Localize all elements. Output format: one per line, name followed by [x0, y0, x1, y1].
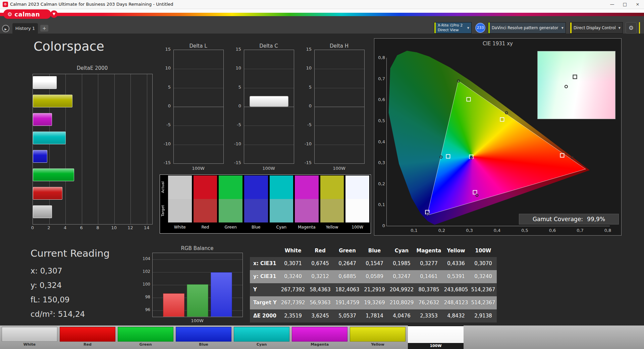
delta-gridline	[315, 107, 364, 107]
deltae-bar-green	[33, 168, 74, 181]
delta-chart-plot	[314, 50, 365, 164]
deltae-gridline	[98, 74, 98, 224]
partial-control[interactable]	[639, 22, 644, 34]
pattern-patch-magenta[interactable]: Magenta	[292, 326, 347, 349]
settings-gear-button[interactable]: ⚙	[626, 22, 637, 34]
delta-chart-series-label: 100W	[244, 166, 293, 171]
deltae-bar-red	[33, 187, 62, 200]
pattern-patch-blue[interactable]: Blue	[176, 326, 231, 349]
maximize-button[interactable]: □	[619, 0, 631, 9]
patch-label: Yellow	[350, 342, 406, 347]
rgb-balance-plot	[152, 253, 243, 317]
deltae-gridline	[147, 74, 147, 224]
meter-mode: Direct View	[438, 28, 463, 33]
table-header-row: WhiteRedGreenBlueCyanMagentaYellow100W	[250, 244, 497, 257]
deltae-tick-label: 4	[61, 225, 69, 230]
window-title: Calman 2023 Calman Ultimate for Business…	[10, 0, 173, 9]
minimize-button[interactable]: —	[606, 0, 619, 9]
close-button[interactable]: ×	[631, 0, 644, 9]
table-corner-cell	[250, 244, 279, 257]
cie-y-tick-label: 0,8	[375, 55, 385, 60]
table-cell: 19,3269	[361, 296, 388, 309]
delta-tick-label: -5	[160, 122, 171, 127]
inset-measured-circle	[565, 85, 568, 88]
table-column-header: Magenta	[415, 244, 442, 257]
swatch-column-green: Green	[219, 176, 243, 233]
delta-chart-title: Delta L	[173, 43, 223, 49]
tab-scroll-button[interactable]: ▶	[2, 25, 9, 32]
delta-chart-plot	[173, 50, 224, 164]
table-column-header: White	[279, 244, 307, 257]
swatch-label: Magenta	[295, 222, 319, 232]
pattern-patch-strip: WhiteRedGreenBlueCyanMagentaYellow100W	[0, 326, 527, 349]
chevron-down-icon: ▼	[616, 27, 623, 30]
pattern-patch-cyan[interactable]: Cyan	[234, 326, 289, 349]
delta-gridline	[174, 107, 223, 107]
gamut-coverage-label: Gamut Coverage:	[533, 216, 583, 222]
table-cell: 80,3785	[415, 283, 442, 296]
pattern-patch-white[interactable]: White	[2, 326, 57, 349]
meter-name: X-Rite i1Pro 2	[438, 23, 463, 28]
deltae-tick-label: 6	[77, 225, 86, 230]
patch-label: Magenta	[292, 342, 347, 347]
swatch-label: Blue	[244, 222, 268, 232]
swatch-column-blue: Blue	[244, 176, 268, 233]
table-column-header: Blue	[361, 244, 388, 257]
swatch-target	[194, 199, 217, 222]
table-column-header: Green	[334, 244, 361, 257]
display-control-selector[interactable]: Direct Display Control ▼	[570, 22, 623, 34]
delta-gridline	[315, 88, 364, 88]
swatch-column-magenta: Magenta	[295, 176, 319, 233]
target-row-label: Target	[161, 199, 167, 222]
swatch-actual	[194, 176, 217, 199]
measurement-table: WhiteRedGreenBlueCyanMagentaYellow100Wx:…	[250, 244, 497, 322]
cie-y-tick-label: 0,2	[375, 181, 385, 186]
delta-gridline	[244, 88, 294, 88]
cie-measured-white	[470, 156, 473, 159]
patch-swatch	[118, 327, 173, 342]
table-row-label: Target Y	[250, 296, 279, 309]
delta-tick-label: -10	[160, 141, 171, 146]
tab-history-1[interactable]: History 1	[12, 23, 38, 34]
pattern-patch-yellow[interactable]: Yellow	[350, 326, 406, 349]
pattern-patch-red[interactable]: Red	[60, 326, 115, 349]
actual-row-label: Actual	[161, 176, 167, 199]
table-cell: 4,0476	[388, 309, 415, 322]
add-tab-button[interactable]: +	[40, 25, 48, 32]
table-cell: 0,2647	[334, 257, 361, 270]
patch-label: 100W	[408, 344, 464, 348]
patch-swatch	[60, 327, 115, 342]
patch-label: Blue	[176, 342, 231, 347]
table-cell: 204,9922	[388, 283, 415, 296]
pattern-patch-100w[interactable]: 100W	[408, 326, 464, 349]
calman-menu-button[interactable]: ⚙ calman	[3, 9, 51, 19]
meter-count-badge[interactable]: 233	[475, 23, 485, 33]
rgb-balance-title: RGB Balance	[152, 245, 242, 251]
table-cell: 514,2367	[470, 296, 497, 309]
swatch-actual	[345, 176, 369, 199]
table-cell: 0,3212	[307, 270, 334, 283]
meter-labels: X-Rite i1Pro 2 Direct View	[436, 23, 463, 33]
current-reading-title: Current Reading	[31, 248, 110, 259]
pattern-generator-selector[interactable]: DaVinci Resolve pattern generator ▼	[488, 22, 566, 34]
calman-menu-chevron[interactable]: ▼	[50, 10, 58, 18]
table-cell: 0,3277	[415, 257, 442, 270]
rgb-bar-green	[187, 284, 208, 317]
reading-line: x: 0,307	[31, 264, 110, 278]
table-cell: 56,9363	[307, 296, 334, 309]
current-reading: Current Reading x: 0,307y: 0,324fL: 150,…	[31, 248, 110, 321]
cie-x-tick-label: 0,8	[603, 228, 613, 233]
table-cell: 0,3240	[279, 270, 307, 283]
reading-line: y: 0,324	[31, 278, 110, 293]
delta-gridline	[174, 126, 223, 126]
delta-gridline	[315, 126, 364, 126]
rgb-bar-red	[163, 293, 184, 317]
table-cell: 2,3519	[279, 309, 307, 322]
deltae-bar-100w	[33, 76, 57, 89]
pattern-patch-green[interactable]: Green	[118, 326, 173, 349]
window-controls: — □ ×	[606, 0, 644, 9]
cie-target-red	[560, 153, 564, 158]
deltae-tick-label: 2	[45, 225, 53, 230]
patch-swatch	[176, 327, 231, 342]
meter-selector[interactable]: X-Rite i1Pro 2 Direct View ▼	[434, 22, 472, 34]
